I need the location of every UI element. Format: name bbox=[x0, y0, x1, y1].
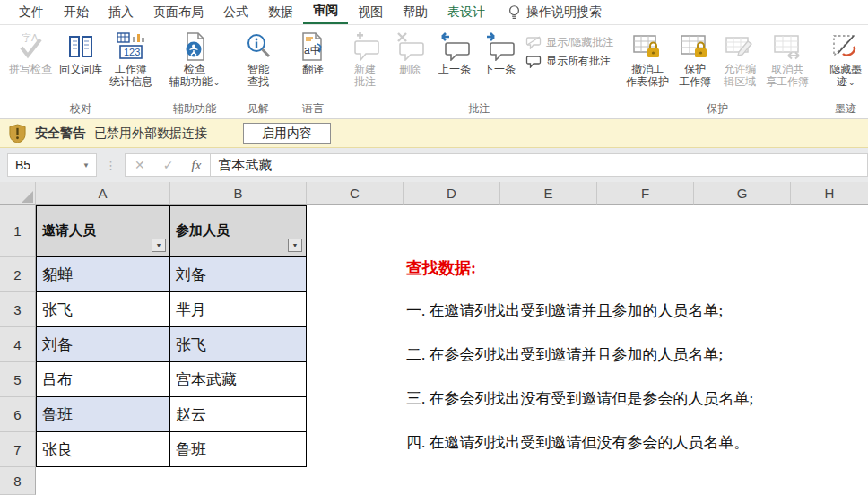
cell-a2[interactable]: 貂蝉 bbox=[36, 257, 170, 292]
group-accessibility: 检查 辅助功能⌄ 辅助功能 bbox=[160, 25, 230, 118]
tab-file[interactable]: 文件 bbox=[9, 0, 54, 24]
group-label-protect: 保护 bbox=[619, 101, 816, 117]
column-header-a[interactable]: A bbox=[36, 182, 170, 205]
column-header-b[interactable]: B bbox=[170, 182, 307, 205]
cell-b5[interactable]: 宫本武藏 bbox=[170, 362, 307, 397]
unshare-workbook-button: 取消共 享工作簿 bbox=[762, 28, 812, 88]
row-header-3[interactable]: 3 bbox=[0, 292, 36, 327]
tab-insert[interactable]: 插入 bbox=[99, 0, 143, 24]
delete-comment-button: 删除 bbox=[387, 28, 432, 75]
new-comment-button: 新建 批注 bbox=[343, 28, 387, 88]
ribbon: 字A 拼写检查 同义词库 bbox=[0, 25, 868, 119]
cell-a3[interactable]: 张飞 bbox=[36, 292, 170, 327]
notes-block: 查找数据: 一. 在邀请列找出受到邀请并且参加的人员名单; 二. 在参会列找出受… bbox=[406, 257, 864, 476]
notes-title: 查找数据: bbox=[406, 257, 864, 279]
smart-lookup-icon bbox=[244, 30, 273, 63]
tell-me-search[interactable]: 操作说明搜索 bbox=[508, 0, 602, 24]
check-accessibility-icon bbox=[180, 30, 209, 63]
column-header-row: A B C D E F G H bbox=[0, 182, 868, 205]
tab-view[interactable]: 视图 bbox=[348, 0, 393, 24]
column-header-e[interactable]: E bbox=[500, 182, 597, 205]
cell-a1[interactable]: 邀请人员 ▼ bbox=[36, 205, 170, 257]
dropdown-chevron-icon: ⌄ bbox=[848, 78, 855, 87]
spreadsheet: A B C D E F G H 1 邀请人员 ▼ 参加人员 ▼ 2 貂蝉 刘备 … bbox=[0, 182, 868, 495]
cell-b1[interactable]: 参加人员 ▼ bbox=[170, 205, 307, 257]
column-header-d[interactable]: D bbox=[404, 182, 500, 205]
tab-page-layout[interactable]: 页面布局 bbox=[143, 0, 213, 24]
notes-item-3: 三. 在参会列找出没有受到邀请但是参会的人员名单; bbox=[406, 388, 864, 409]
tab-data[interactable]: 数据 bbox=[258, 0, 303, 24]
name-box-dropdown-icon[interactable]: ▼ bbox=[82, 161, 96, 169]
next-comment-button[interactable]: 下一条 bbox=[477, 28, 522, 75]
translate-icon: a中 bbox=[299, 30, 326, 63]
translate-button[interactable]: a中 翻译 bbox=[291, 28, 335, 75]
group-language: a中 翻译 语言 bbox=[287, 25, 339, 118]
cell-b2[interactable]: 刘备 bbox=[170, 257, 307, 292]
filter-arrow-icon: ▼ bbox=[292, 242, 299, 248]
unprotect-sheet-button[interactable]: 撤消工 作表保护 bbox=[622, 28, 673, 88]
filter-button-attend[interactable]: ▼ bbox=[288, 239, 302, 252]
thesaurus-button[interactable]: 同义词库 bbox=[56, 28, 106, 75]
next-comment-icon bbox=[483, 30, 516, 63]
enable-content-button[interactable]: 启用内容 bbox=[243, 123, 331, 144]
delete-comment-icon bbox=[395, 30, 425, 63]
formula-input[interactable]: 宫本武藏 bbox=[211, 153, 868, 177]
select-all-corner[interactable] bbox=[0, 182, 36, 205]
notes-item-1: 一. 在邀请列找出受到邀请并且参加的人员名单; bbox=[406, 300, 864, 321]
show-all-comments-icon bbox=[525, 55, 542, 68]
row-header-6[interactable]: 6 bbox=[0, 397, 36, 432]
check-accessibility-button[interactable]: 检查 辅助功能⌄ bbox=[166, 28, 224, 89]
name-box[interactable]: B5 ▼ bbox=[7, 153, 97, 177]
hide-ink-button[interactable]: 隐藏墨 迹⌄ bbox=[823, 28, 868, 89]
previous-comment-button[interactable]: 上一条 bbox=[432, 28, 477, 75]
protect-workbook-icon bbox=[680, 30, 710, 63]
group-comments: 新建 批注 删除 上一条 bbox=[339, 25, 619, 118]
cell-a4[interactable]: 刘备 bbox=[36, 327, 170, 362]
dropdown-chevron-icon: ⌄ bbox=[213, 78, 221, 87]
cancel-icon[interactable]: ✕ bbox=[135, 158, 145, 172]
tab-table-design[interactable]: 表设计 bbox=[438, 0, 495, 24]
security-warning-message: 已禁用外部数据连接 bbox=[94, 126, 207, 142]
group-label-proofing: 校对 bbox=[2, 101, 160, 117]
filter-button-invite[interactable]: ▼ bbox=[152, 239, 166, 252]
lightbulb-icon bbox=[508, 4, 521, 20]
column-header-h[interactable]: H bbox=[791, 182, 868, 205]
row-header-2[interactable]: 2 bbox=[0, 257, 36, 292]
protect-workbook-button[interactable]: 保护 工作簿 bbox=[673, 28, 717, 88]
unprotect-sheet-icon bbox=[632, 30, 663, 63]
cell-b7[interactable]: 鲁班 bbox=[170, 432, 307, 467]
tab-formulas[interactable]: 公式 bbox=[213, 0, 258, 24]
show-all-comments-button[interactable]: 显示所有批注 bbox=[525, 54, 613, 69]
cell-b4[interactable]: 张飞 bbox=[170, 327, 307, 362]
tab-help[interactable]: 帮助 bbox=[393, 0, 438, 24]
insert-function-icon[interactable]: fx bbox=[191, 158, 201, 173]
row-header-7[interactable]: 7 bbox=[0, 432, 36, 467]
group-label-language: 语言 bbox=[287, 101, 339, 117]
cell-a7[interactable]: 张良 bbox=[36, 432, 170, 467]
group-insights: 智能 查找 见解 bbox=[230, 25, 287, 118]
security-warning-title: 安全警告 bbox=[35, 126, 85, 142]
cell-a6[interactable]: 鲁班 bbox=[36, 397, 170, 432]
row-header-1[interactable]: 1 bbox=[0, 205, 36, 257]
column-header-g[interactable]: G bbox=[694, 182, 791, 205]
enter-icon[interactable]: ✓ bbox=[163, 158, 174, 172]
formula-bar-grip-icon[interactable]: ⋮ bbox=[105, 159, 117, 172]
row-header-5[interactable]: 5 bbox=[0, 362, 36, 397]
cell-b6[interactable]: 赵云 bbox=[170, 397, 307, 432]
tab-home[interactable]: 开始 bbox=[54, 0, 99, 24]
name-box-value: B5 bbox=[15, 158, 82, 172]
group-proofing: 字A 拼写检查 同义词库 bbox=[2, 25, 160, 118]
smart-lookup-button[interactable]: 智能 查找 bbox=[236, 28, 281, 88]
filter-arrow-icon: ▼ bbox=[156, 242, 162, 248]
allow-edit-ranges-icon bbox=[725, 30, 755, 63]
column-header-c[interactable]: C bbox=[307, 182, 404, 205]
cell-a5[interactable]: 吕布 bbox=[36, 362, 170, 397]
tab-review[interactable]: 审阅 bbox=[303, 0, 348, 24]
column-header-f[interactable]: F bbox=[597, 182, 694, 205]
notes-item-2: 二. 在参会列找出受到邀请并且参加的人员名单; bbox=[406, 344, 864, 365]
ribbon-tab-bar: 文件 开始 插入 页面布局 公式 数据 审阅 视图 帮助 表设计 操作说明搜索 bbox=[0, 0, 868, 25]
row-header-4[interactable]: 4 bbox=[0, 327, 36, 362]
row-header-8[interactable]: 8 bbox=[0, 467, 36, 495]
cell-b3[interactable]: 芈月 bbox=[170, 292, 307, 327]
workbook-statistics-button[interactable]: 123 工作簿 统计信息 bbox=[106, 28, 156, 88]
